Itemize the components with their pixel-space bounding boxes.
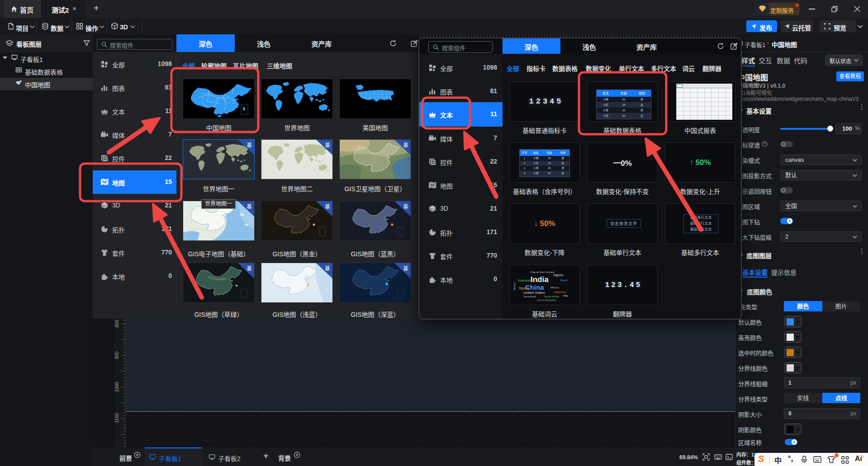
svg-text:基: 基 [325, 266, 330, 271]
svg-text:基: 基 [247, 204, 252, 209]
svg-text:基: 基 [403, 204, 408, 209]
svg-text:基: 基 [325, 204, 330, 209]
svg-text:基: 基 [247, 266, 252, 271]
svg-text:基: 基 [403, 266, 408, 271]
svg-text:基: 基 [325, 142, 330, 148]
svg-text:基: 基 [403, 142, 408, 148]
svg-text:基: 基 [247, 142, 252, 148]
